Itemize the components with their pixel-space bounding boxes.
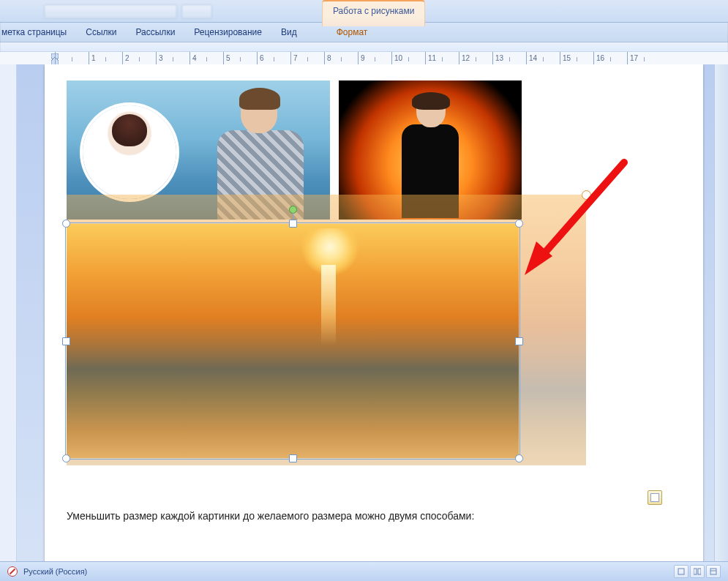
crop-corner-handle[interactable] [582,190,591,200]
page: Уменьшить размер каждой картинки до жела… [45,64,703,562]
vertical-ruler[interactable] [0,64,17,562]
document-scroll[interactable]: Уменьшить размер каждой картинки до жела… [17,64,728,562]
ribbon-strip [0,42,728,52]
tab-page-layout[interactable]: метка страницы [0,24,68,40]
tab-references[interactable]: Ссылки [84,24,118,40]
vertical-scrollbar[interactable] [714,64,728,562]
view-reading-button[interactable] [690,565,705,578]
quick-access-toolbar[interactable] [44,4,177,19]
sunset-image-content [67,224,519,458]
paste-options-icon[interactable] [648,490,662,505]
app-window: Работа с рисунками метка страницы Ссылки… [0,0,728,581]
svg-rect-4 [678,569,684,574]
spellcheck-icon[interactable] [7,566,18,577]
tab-format[interactable]: Формат [335,24,369,40]
view-web-button[interactable] [706,565,721,578]
selected-image[interactable] [67,224,519,458]
language-indicator[interactable]: Русский (Россия) [23,567,87,576]
picture-tools-context-tab[interactable]: Работа с рисунками [322,0,425,26]
view-print-layout-button[interactable] [674,565,688,578]
svg-rect-7 [710,569,716,574]
view-buttons [674,565,721,578]
tab-mailings[interactable]: Рассылки [134,24,176,40]
svg-rect-5 [694,569,697,574]
tab-view[interactable]: Вид [279,24,299,40]
body-paragraph[interactable]: Уменьшить размер каждой картинки до жела… [67,509,681,524]
tab-review[interactable]: Рецензирование [192,24,263,40]
quick-access-overflow[interactable] [181,4,212,19]
svg-rect-6 [698,569,701,574]
document-area: Уменьшить размер каждой картинки до жела… [0,64,728,562]
titlebar: Работа с рисунками [0,0,728,23]
statusbar: Русский (Россия) [0,561,728,581]
